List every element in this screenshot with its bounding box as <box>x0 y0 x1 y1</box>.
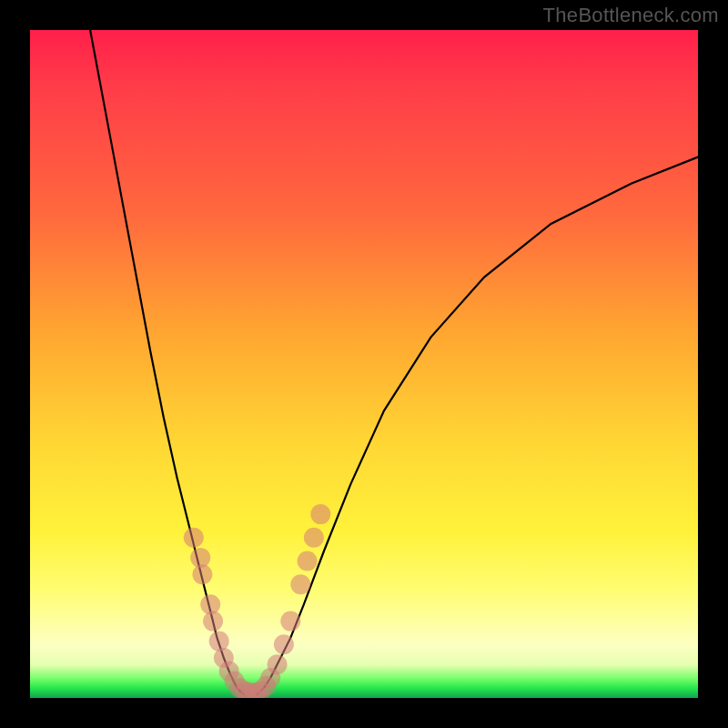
scatter-dot <box>290 574 310 594</box>
chart-frame: TheBottleneck.com <box>0 0 728 728</box>
scatter-dot <box>203 612 223 632</box>
left-curve <box>90 30 244 694</box>
scatter-dot <box>304 528 324 548</box>
scatter-dot <box>274 634 294 654</box>
scatter-dot <box>280 612 300 632</box>
plot-area <box>30 30 698 698</box>
scatter-dot <box>268 654 288 674</box>
right-curve <box>258 157 698 695</box>
watermark-text: TheBottleneck.com <box>543 4 719 27</box>
scatter-dot <box>184 528 204 548</box>
curve-layer <box>30 30 698 698</box>
scatter-dot <box>310 504 330 524</box>
scatter-dot <box>200 594 220 614</box>
scatter-dot <box>192 564 212 584</box>
scatter-dots <box>184 504 330 698</box>
scatter-dot <box>298 551 318 571</box>
